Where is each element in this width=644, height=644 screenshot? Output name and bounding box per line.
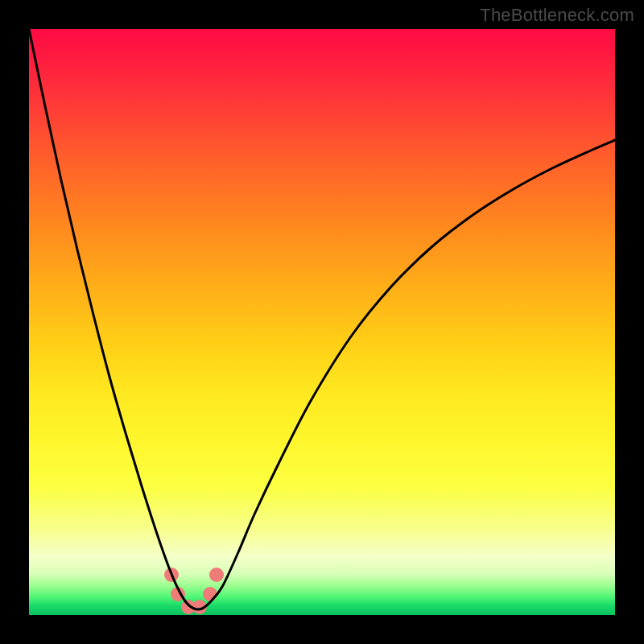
watermark-text: TheBottleneck.com bbox=[480, 5, 634, 26]
curve-end-marker bbox=[203, 587, 217, 601]
outer-frame: TheBottleneck.com bbox=[0, 0, 644, 644]
bottleneck-curve bbox=[29, 29, 615, 609]
plot-area bbox=[29, 29, 615, 615]
curve-svg bbox=[29, 29, 615, 615]
curve-end-marker bbox=[209, 568, 224, 582]
marker-group bbox=[164, 568, 224, 614]
